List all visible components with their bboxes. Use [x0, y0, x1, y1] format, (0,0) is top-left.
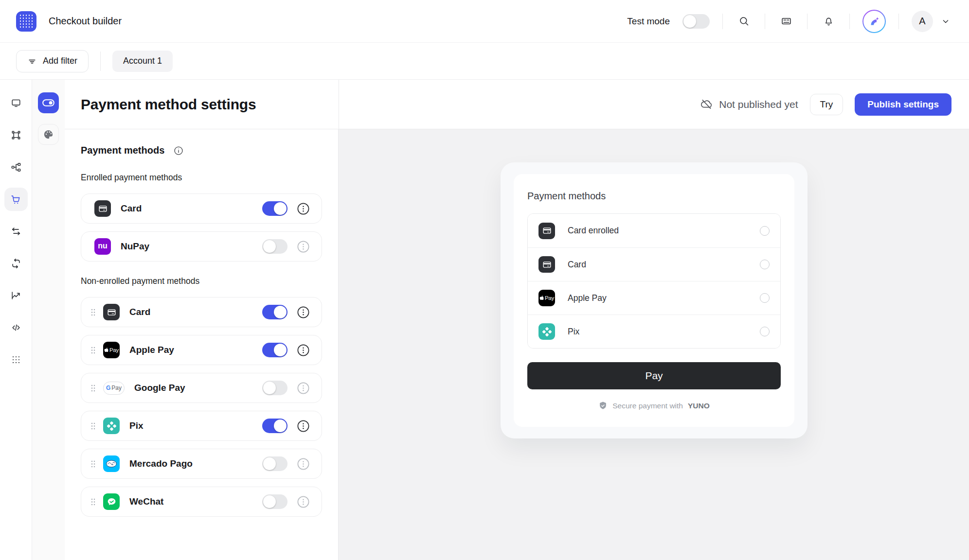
more-options-icon[interactable] — [296, 202, 310, 216]
wechat-icon — [103, 493, 120, 510]
app-logo-icon[interactable] — [16, 11, 36, 32]
checkout-card-title: Payment methods — [527, 191, 781, 202]
more-options-icon[interactable] — [296, 419, 310, 433]
toggle-knob — [683, 15, 696, 28]
publish-status: Not published yet — [700, 98, 798, 111]
sidebar-item-cart[interactable] — [4, 188, 28, 211]
google-pay-icon: GPay — [103, 382, 125, 395]
method-toggle[interactable] — [262, 305, 287, 319]
divider — [765, 14, 765, 29]
add-filter-button[interactable]: Add filter — [16, 50, 89, 72]
payment-method-row: Pix — [81, 411, 322, 441]
toggle-knob — [274, 306, 287, 318]
sidebar-item-hierarchy[interactable] — [4, 156, 28, 179]
radio-button[interactable] — [760, 260, 770, 269]
payment-method-row: PayApple Pay — [81, 335, 322, 365]
pix-icon — [103, 418, 120, 434]
card-icon — [103, 304, 120, 320]
filter-icon — [27, 56, 37, 66]
bell-icon[interactable] — [820, 13, 837, 30]
radio-button[interactable] — [760, 327, 770, 336]
payment-settings-panel: Payment methods Enrolled payment methods… — [65, 129, 339, 560]
swap-arrows-icon — [11, 226, 21, 237]
frame-icon — [11, 130, 21, 140]
toggle-knob — [274, 420, 287, 432]
sidebar-item-swap-arrows[interactable] — [4, 220, 28, 243]
method-toggle[interactable] — [262, 343, 287, 357]
more-options-icon[interactable] — [296, 343, 310, 357]
sidebar-item-chart[interactable] — [4, 284, 28, 307]
avatar[interactable]: A — [912, 11, 933, 32]
method-label: Mercado Pago — [129, 458, 193, 469]
checkout-card: Payment methods Card enrolledCardPayAppl… — [514, 174, 794, 427]
drag-handle-icon[interactable] — [90, 460, 96, 468]
secure-brand: YUNO — [688, 402, 710, 410]
method-toggle[interactable] — [262, 456, 287, 471]
method-toggle[interactable] — [262, 381, 287, 395]
info-icon[interactable] — [173, 145, 184, 156]
divider — [849, 14, 850, 29]
preview-method-label: Apple Pay — [568, 293, 607, 303]
radio-button[interactable] — [760, 226, 770, 236]
preview-method-label: Card enrolled — [568, 226, 619, 236]
try-button[interactable]: Try — [810, 94, 843, 115]
toggle-knob — [263, 457, 276, 470]
method-label: Card — [129, 307, 150, 317]
more-options-icon[interactable] — [296, 381, 310, 395]
divider — [898, 14, 899, 29]
sidebar-item-monitor[interactable] — [4, 91, 28, 115]
method-toggle[interactable] — [262, 239, 287, 254]
toggle-glyph-icon — [42, 99, 54, 106]
method-toggle[interactable] — [262, 494, 287, 509]
drag-handle-icon[interactable] — [90, 384, 96, 392]
drag-handle-icon[interactable] — [90, 346, 96, 354]
app-title: Checkout builder — [49, 16, 122, 27]
publish-settings-button[interactable]: Publish settings — [855, 93, 951, 116]
more-options-icon[interactable] — [296, 240, 310, 254]
enrolled-heading: Enrolled payment methods — [81, 173, 322, 183]
method-label: Card — [121, 203, 142, 214]
yuno-logo-icon[interactable] — [862, 10, 886, 33]
preview-method-label: Card — [568, 260, 586, 270]
account-chip[interactable]: Account 1 — [112, 51, 173, 72]
test-mode-toggle[interactable] — [682, 14, 710, 29]
keyboard-icon[interactable] — [778, 13, 794, 30]
sidebar-item-code[interactable] — [4, 316, 28, 339]
preview-payment-option[interactable]: Card enrolled — [528, 214, 780, 247]
pay-button[interactable]: Pay — [527, 362, 781, 389]
method-toggle[interactable] — [262, 201, 287, 216]
enrolled-method-list: CardnuNuPay — [81, 193, 322, 262]
preview-payment-option[interactable]: Card — [528, 247, 780, 281]
sidebar-item-frame[interactable] — [4, 123, 28, 147]
preview-payment-option[interactable]: Pix — [528, 315, 780, 348]
repeat-icon — [11, 258, 21, 269]
more-options-icon[interactable] — [296, 305, 310, 319]
method-toggle[interactable] — [262, 419, 287, 433]
divider — [807, 14, 808, 29]
sidebar-item-grid-dots[interactable] — [4, 348, 28, 371]
non-enrolled-method-list: CardPayApple PayGPayGoogle PayPixMercado… — [81, 297, 322, 517]
toggle-knob — [274, 344, 287, 356]
chart-icon — [11, 290, 21, 301]
checkout-preview-shell: Payment methods Card enrolledCardPayAppl… — [501, 162, 808, 438]
method-label: WeChat — [129, 496, 163, 507]
builder-subnav — [32, 80, 65, 560]
nupay-icon: nu — [94, 238, 111, 255]
filter-toolbar: Add filter Account 1 — [0, 43, 969, 80]
shield-check-icon — [598, 401, 608, 410]
drag-handle-icon[interactable] — [90, 308, 96, 316]
drag-handle-icon[interactable] — [90, 498, 96, 506]
search-icon[interactable] — [736, 13, 752, 30]
subnav-item-palette[interactable] — [38, 124, 59, 145]
sidebar-item-repeat[interactable] — [4, 252, 28, 275]
chevron-down-icon[interactable] — [940, 13, 951, 30]
test-mode-label: Test mode — [627, 16, 670, 27]
preview-payment-option[interactable]: PayApple Pay — [528, 281, 780, 315]
more-options-icon[interactable] — [296, 457, 310, 471]
palette-icon — [43, 129, 54, 140]
subnav-item-toggle-glyph[interactable] — [38, 92, 59, 113]
drag-handle-icon[interactable] — [90, 422, 96, 430]
payment-method-row: Card — [81, 193, 322, 224]
radio-button[interactable] — [760, 293, 770, 303]
more-options-icon[interactable] — [296, 495, 310, 509]
